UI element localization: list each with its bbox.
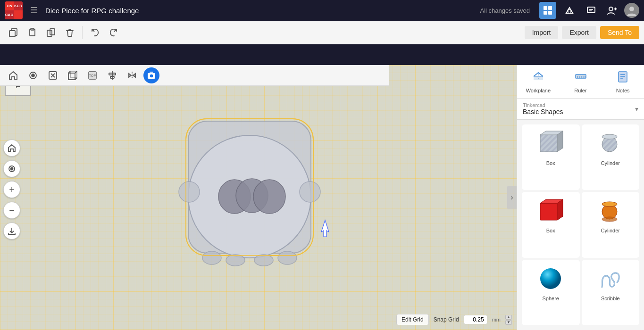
divider-1 (82, 26, 83, 39)
logo-cell-cad: CAD (5, 10, 14, 19)
rotate-view-btn[interactable] (25, 67, 42, 84)
svg-rect-14 (47, 30, 52, 36)
shape-cylinder-gray-label: Cylinder (601, 160, 620, 166)
svg-rect-2 (544, 11, 547, 15)
undo-btn[interactable] (86, 24, 103, 41)
svg-rect-50 (576, 74, 586, 78)
svg-text:TOP: TOP (89, 74, 96, 77)
svg-point-66 (602, 134, 617, 139)
logo-cell-tin: TIN (5, 1, 14, 10)
shape-box-red-visual (536, 197, 565, 225)
home-btn[interactable] (3, 140, 20, 157)
svg-rect-3 (548, 11, 552, 15)
shape-sphere-blue[interactable]: Sphere (522, 260, 580, 325)
notes-btn[interactable]: Notes (602, 65, 644, 98)
library-dropdown-chevron[interactable]: ▾ (635, 105, 638, 113)
delete-btn[interactable] (61, 24, 78, 41)
shape-box-red[interactable]: Box (522, 192, 580, 257)
svg-point-38 (300, 182, 320, 202)
snap-value-input[interactable] (464, 315, 487, 324)
logo-cell-ker: KER (14, 1, 23, 10)
shape-sphere-blue-label: Sphere (543, 296, 559, 301)
add-user-btn[interactable] (604, 3, 619, 18)
avatar[interactable] (624, 3, 639, 18)
zoom-fit-btn[interactable] (44, 67, 61, 84)
snap-arrows: ▲ ▼ (505, 315, 512, 325)
logo-cell-empty (14, 10, 23, 19)
copy-btn[interactable] (5, 24, 22, 41)
left-panel: + − (0, 130, 24, 239)
notes-label: Notes (616, 88, 630, 93)
svg-rect-11 (9, 31, 15, 37)
menu-icon[interactable]: ☰ (27, 4, 41, 17)
svg-point-45 (253, 180, 285, 214)
notes-icon (616, 70, 629, 86)
shape-cylinder-orange-label: Cylinder (601, 228, 620, 233)
snap-grid-label: Snap Grid (434, 316, 459, 323)
save-status: All changes saved (480, 7, 530, 14)
svg-rect-13 (31, 28, 34, 30)
svg-rect-56 (619, 72, 627, 82)
shape-scribble-label: Scribble (601, 296, 620, 301)
project-title: Dice Piece for RPG challenge (45, 7, 475, 15)
workplane-btn[interactable]: Workplane (517, 65, 560, 98)
canvas-area[interactable]: TOP (0, 65, 517, 330)
shapes-grid: Box Cylinder (517, 120, 644, 330)
ruler-btn[interactable]: Ruler (560, 65, 602, 98)
svg-marker-47 (321, 220, 329, 237)
camera-toggle-btn[interactable] (143, 67, 159, 83)
toolbar-right: Import Export Send To (525, 26, 639, 39)
shape-cylinder-gray[interactable]: Cylinder (582, 124, 640, 190)
ruler-icon (574, 70, 587, 86)
topbar: TIN KER CAD ☰ Dice Piece for RPG challen… (0, 0, 644, 21)
redo-btn[interactable] (105, 24, 122, 41)
edit-grid-btn[interactable]: Edit Grid (396, 314, 429, 325)
grid-view-btn[interactable] (539, 2, 556, 19)
workplane-icon (532, 70, 545, 86)
svg-rect-67 (540, 203, 557, 220)
snap-down-btn[interactable]: ▼ (505, 320, 512, 325)
svg-point-71 (540, 268, 561, 289)
logo[interactable]: TIN KER CAD (5, 1, 23, 19)
workplane-label: Workplane (526, 88, 551, 93)
perspective-btn[interactable] (64, 67, 81, 84)
shape-cylinder-orange-visual (596, 197, 625, 225)
paste-btn[interactable] (24, 24, 41, 41)
lessons-btn[interactable] (583, 2, 600, 19)
svg-point-40 (278, 251, 297, 264)
import-btn[interactable]: Import (525, 26, 559, 39)
top-view-btn[interactable]: TOP (84, 67, 101, 84)
export-btn[interactable]: Export (562, 26, 596, 39)
svg-point-10 (629, 7, 634, 11)
snap-unit-label: mm (492, 317, 501, 322)
zoom-in-btn[interactable]: + (3, 181, 20, 198)
shape-scribble[interactable]: Scribble (582, 260, 640, 325)
align-btn[interactable] (104, 67, 121, 84)
svg-point-69 (602, 202, 617, 206)
download-view-btn[interactable] (3, 223, 20, 239)
mirror-btn[interactable] (124, 67, 141, 84)
shape-box-gray-label: Box (546, 160, 555, 166)
right-top-buttons: Workplane Ruler (517, 65, 644, 99)
shape-library-header[interactable]: Tinkercad Basic Shapes ▾ (517, 99, 644, 120)
snap-up-btn[interactable]: ▲ (505, 315, 512, 320)
svg-rect-0 (544, 6, 547, 10)
svg-point-31 (150, 74, 153, 78)
shape-box-red-label: Box (546, 228, 555, 233)
sendto-btn[interactable]: Send To (600, 26, 639, 39)
shape-box-gray[interactable]: Box (522, 124, 580, 190)
svg-point-70 (602, 217, 617, 222)
home-view-btn[interactable] (5, 67, 22, 84)
svg-rect-5 (587, 7, 595, 13)
svg-rect-62 (540, 135, 557, 152)
svg-point-42 (254, 255, 273, 266)
shape-cylinder-orange[interactable]: Cylinder (582, 192, 640, 257)
build-view-btn[interactable] (561, 2, 578, 19)
panel-toggle-chevron[interactable]: › (507, 186, 517, 209)
svg-rect-1 (548, 6, 552, 10)
viewbar: TOP (0, 65, 389, 86)
3d-model (160, 98, 339, 297)
duplicate-btn[interactable] (42, 24, 59, 41)
fit-view-btn[interactable] (3, 160, 20, 177)
zoom-out-btn[interactable]: − (3, 202, 20, 219)
